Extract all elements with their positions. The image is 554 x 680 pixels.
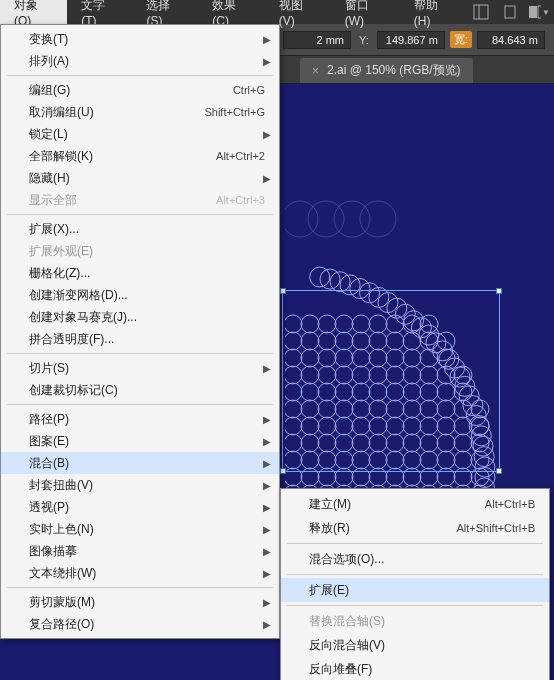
separator [7, 404, 273, 405]
y-field[interactable]: 149.867 m [377, 31, 445, 49]
separator [287, 574, 543, 575]
menu-window[interactable]: 窗口(W) [331, 0, 400, 24]
handle-tl[interactable] [280, 288, 286, 294]
submenu-replace-spine: 替换混合轴(S) [281, 609, 549, 633]
separator [287, 605, 543, 606]
menu-perspective[interactable]: 透视(P)▶ [1, 496, 279, 518]
menu-clipping-mask[interactable]: 剪切蒙版(M)▶ [1, 591, 279, 613]
menu-object[interactable]: 对象(O) [0, 0, 67, 24]
submenu-release[interactable]: 释放(R)Alt+Shift+Ctrl+B [281, 516, 549, 540]
menu-effect[interactable]: 效果(C) [198, 0, 265, 24]
submenu-reverse-spine[interactable]: 反向混合轴(V) [281, 633, 549, 657]
menu-view[interactable]: 视图(V) [265, 0, 331, 24]
menu-select[interactable]: 选择(S) [132, 0, 198, 24]
menu-pattern[interactable]: 图案(E)▶ [1, 430, 279, 452]
submenu-arrow-icon: ▶ [263, 458, 271, 469]
menu-transform[interactable]: 变换(T)▶ [1, 28, 279, 50]
menu-help[interactable]: 帮助(H) [400, 0, 467, 24]
menu-text-wrap[interactable]: 文本绕排(W)▶ [1, 562, 279, 584]
menu-show-all: 显示全部Alt+Ctrl+3 [1, 189, 279, 211]
menu-unlock-all[interactable]: 全部解锁(K)Alt+Ctrl+2 [1, 145, 279, 167]
menu-slice[interactable]: 切片(S)▶ [1, 357, 279, 379]
menu-arrange[interactable]: 排列(A)▶ [1, 50, 279, 72]
submenu-arrow-icon: ▶ [263, 619, 271, 630]
separator [7, 353, 273, 354]
menu-envelope[interactable]: 封套扭曲(V)▶ [1, 474, 279, 496]
handle-bl[interactable] [280, 468, 286, 474]
separator [7, 214, 273, 215]
menu-bar: 对象(O) 文字(T) 选择(S) 效果(C) 视图(V) 窗口(W) 帮助(H… [0, 0, 554, 24]
separator [287, 543, 543, 544]
layout-icon[interactable] [470, 1, 491, 23]
submenu-arrow-icon: ▶ [263, 34, 271, 45]
submenu-arrow-icon: ▶ [263, 436, 271, 447]
svg-point-8 [360, 201, 396, 237]
handle-tr[interactable] [496, 288, 502, 294]
x-field[interactable]: 2 mm [283, 31, 351, 49]
submenu-arrow-icon: ▶ [263, 363, 271, 374]
submenu-arrow-icon: ▶ [263, 56, 271, 67]
menu-expand-appearance: 扩展外观(E) [1, 240, 279, 262]
menu-rasterize[interactable]: 栅格化(Z)... [1, 262, 279, 284]
submenu-arrow-icon: ▶ [263, 597, 271, 608]
submenu-reverse-front[interactable]: 反向堆叠(F) [281, 657, 549, 680]
separator [7, 587, 273, 588]
submenu-arrow-icon: ▶ [263, 129, 271, 140]
svg-rect-4 [538, 6, 541, 18]
separator [7, 75, 273, 76]
menu-live-paint[interactable]: 实时上色(N)▶ [1, 518, 279, 540]
menu-ungroup[interactable]: 取消编组(U)Shift+Ctrl+G [1, 101, 279, 123]
submenu-expand[interactable]: 扩展(E) [281, 578, 549, 602]
menu-hide[interactable]: 隐藏(H)▶ [1, 167, 279, 189]
svg-rect-0 [474, 5, 488, 19]
menu-lock[interactable]: 锁定(L)▶ [1, 123, 279, 145]
submenu-make[interactable]: 建立(M)Alt+Ctrl+B [281, 492, 549, 516]
menu-path[interactable]: 路径(P)▶ [1, 408, 279, 430]
menu-expand[interactable]: 扩展(X)... [1, 218, 279, 240]
menu-type[interactable]: 文字(T) [67, 0, 132, 24]
submenu-arrow-icon: ▶ [263, 173, 271, 184]
handle-br[interactable] [496, 468, 502, 474]
svg-rect-2 [505, 6, 515, 18]
close-icon[interactable]: × [312, 64, 319, 78]
submenu-arrow-icon: ▶ [263, 502, 271, 513]
tab-title: 2.ai @ 150% (RGB/预览) [327, 62, 461, 79]
menu-image-trace[interactable]: 图像描摹▶ [1, 540, 279, 562]
blend-submenu: 建立(M)Alt+Ctrl+B 释放(R)Alt+Shift+Ctrl+B 混合… [280, 488, 550, 680]
menu-object-mosaic[interactable]: 创建对象马赛克(J)... [1, 306, 279, 328]
menu-crop-marks[interactable]: 创建裁切标记(C) [1, 379, 279, 401]
menu-blend[interactable]: 混合(B)▶ [1, 452, 279, 474]
submenu-arrow-icon: ▶ [263, 480, 271, 491]
tab-document[interactable]: × 2.ai @ 150% (RGB/预览) [300, 58, 473, 83]
width-label: 宽: [450, 31, 472, 48]
submenu-arrow-icon: ▶ [263, 568, 271, 579]
arrange-icon[interactable]: ▼ [528, 1, 550, 23]
svg-rect-3 [529, 6, 537, 18]
selection-box [282, 290, 500, 472]
y-label: Y: [356, 34, 372, 46]
document-icon[interactable] [499, 1, 520, 23]
menu-group[interactable]: 编组(G)Ctrl+G [1, 79, 279, 101]
submenu-options[interactable]: 混合选项(O)... [281, 547, 549, 571]
submenu-arrow-icon: ▶ [263, 414, 271, 425]
menu-gradient-mesh[interactable]: 创建渐变网格(D)... [1, 284, 279, 306]
width-field[interactable]: 84.643 m [477, 31, 545, 49]
menu-compound-path[interactable]: 复合路径(O)▶ [1, 613, 279, 635]
menu-flatten[interactable]: 拼合透明度(F)... [1, 328, 279, 350]
submenu-arrow-icon: ▶ [263, 546, 271, 557]
submenu-arrow-icon: ▶ [263, 524, 271, 535]
object-menu: 变换(T)▶ 排列(A)▶ 编组(G)Ctrl+G 取消编组(U)Shift+C… [0, 24, 280, 639]
